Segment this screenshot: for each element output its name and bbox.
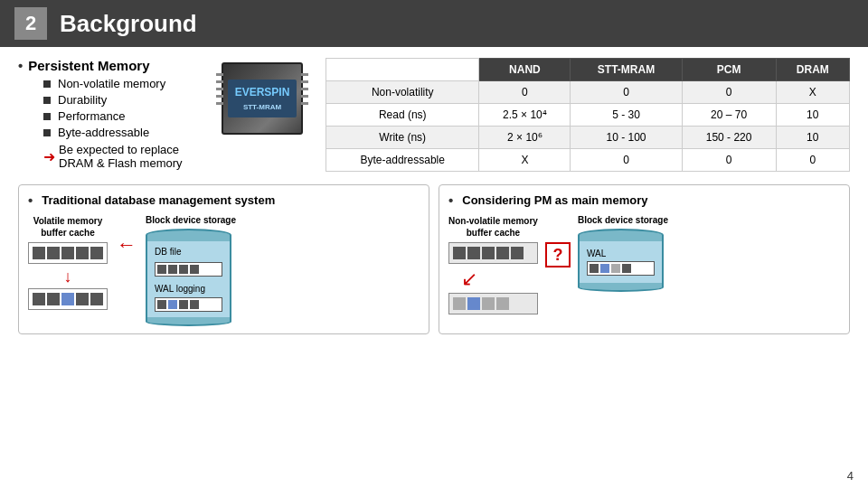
block-device-label: Block device storage bbox=[146, 215, 236, 225]
bullet-durability: Durability bbox=[43, 93, 201, 107]
pm-wal-label: WAL bbox=[587, 249, 655, 258]
col-pcm: PCM bbox=[682, 59, 776, 81]
trad-db-diagram: • Traditional database management system… bbox=[18, 184, 429, 334]
bullet-byte-addressable: Byte-addressable bbox=[43, 126, 201, 139]
persistent-memory-title: • Persistent Memory bbox=[18, 58, 201, 73]
question-box: ? bbox=[545, 242, 571, 267]
header: 2 Background bbox=[0, 0, 868, 47]
slide-number: 2 bbox=[14, 7, 47, 40]
bullet-non-volatile: Non-volatile memory bbox=[43, 77, 201, 90]
table-row: Byte-addressable X 0 0 0 bbox=[326, 149, 850, 172]
pm-block-device-label: Block device storage bbox=[578, 215, 668, 225]
header-title: Background bbox=[60, 10, 197, 38]
col-dram: DRAM bbox=[776, 59, 849, 81]
col-stt: STT-MRAM bbox=[571, 59, 682, 81]
volatile-label: Volatile memorybuffer cache bbox=[28, 215, 108, 239]
page-number: 4 bbox=[847, 469, 854, 483]
chip-image: EVERSPIN STT-MRAM bbox=[217, 58, 307, 139]
col-nand: NAND bbox=[479, 59, 571, 81]
comparison-table: NAND STT-MRAM PCM DRAM Non-volatility 0 … bbox=[326, 58, 850, 172]
left-arrow-icon: ← bbox=[117, 233, 137, 257]
table-row: Write (ns) 2 × 10⁶ 10 - 100 150 - 220 10 bbox=[326, 127, 850, 149]
arrow-text: ➜ Be expected to replace DRAM & Flash me… bbox=[43, 143, 201, 170]
table-row: Non-volatility 0 0 0 X bbox=[326, 81, 850, 104]
col-empty bbox=[326, 59, 479, 81]
db-file-label: DB file bbox=[155, 247, 222, 257]
nv-label: Non-volatile memorybuffer cache bbox=[448, 215, 538, 239]
wal-label: WAL logging bbox=[155, 284, 222, 294]
arrow-down-icon: ↓ bbox=[28, 267, 108, 286]
table-row: Read (ns) 2.5 × 10⁴ 5 - 30 20 – 70 10 bbox=[326, 104, 850, 127]
red-arrow-down-icon: ↙ bbox=[461, 267, 477, 290]
bullet-performance: Performance bbox=[43, 109, 201, 123]
pm-main-diagram: • Considering PM as main memory Non-vola… bbox=[439, 184, 850, 334]
